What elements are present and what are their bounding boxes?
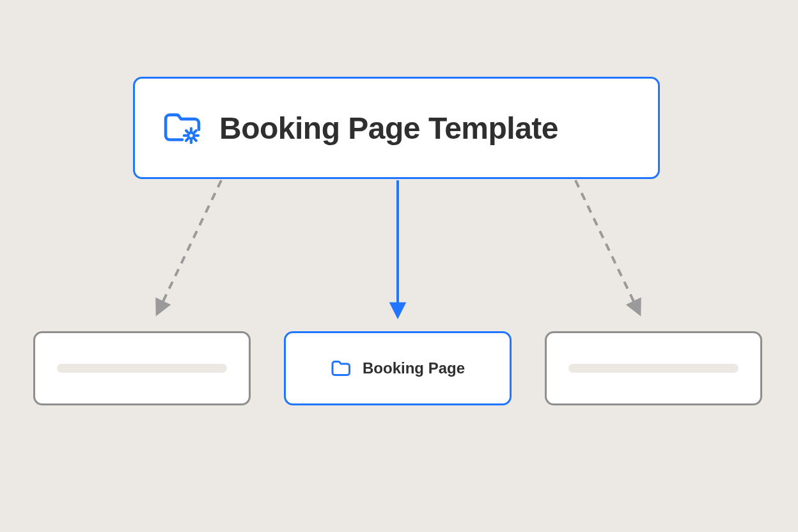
child-node-right	[545, 331, 762, 405]
child-node-center: Booking Page	[284, 331, 512, 405]
child-node-left	[33, 331, 251, 405]
placeholder-bar	[568, 364, 739, 373]
svg-line-8	[194, 139, 196, 141]
template-title: Booking Page Template	[219, 111, 558, 146]
svg-line-7	[186, 139, 188, 141]
folder-gear-icon	[163, 112, 201, 144]
child-center-label: Booking Page	[363, 359, 465, 377]
folder-icon	[331, 359, 351, 377]
svg-line-5	[186, 130, 188, 132]
template-node: Booking Page Template	[133, 77, 660, 179]
placeholder-bar	[57, 364, 227, 373]
diagram-canvas: Booking Page Template Booking Page	[0, 0, 798, 532]
arrow-right	[575, 180, 639, 313]
svg-line-6	[194, 130, 196, 132]
arrow-left	[157, 180, 221, 313]
svg-point-0	[188, 132, 194, 138]
